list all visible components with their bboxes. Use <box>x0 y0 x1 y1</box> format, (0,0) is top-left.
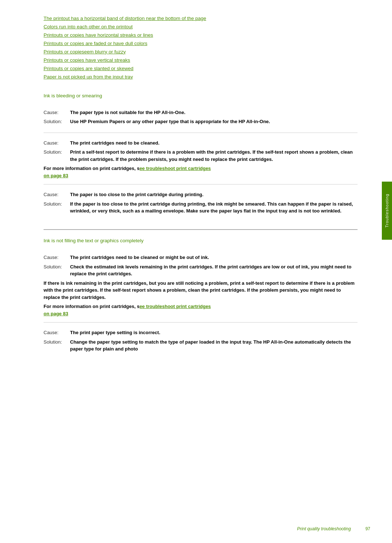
extra-para-4: If there is ink remaining in the print c… <box>44 280 358 301</box>
solution-label-1: Solution: <box>44 118 67 125</box>
solution-label-2: Solution: <box>44 149 67 163</box>
cause-text-2: The print cartridges need to be cleaned. <box>70 139 159 147</box>
toc-link-7[interactable]: Printouts or copies are slanted or skewe… <box>44 65 358 73</box>
cause-block-5: Cause: The print paper type setting is i… <box>44 324 358 360</box>
extra-link-4[interactable]: ee troubleshoot print cartridgeson page … <box>44 304 211 316</box>
cause-label-4: Cause: <box>44 254 67 261</box>
cause-label-2: Cause: <box>44 139 67 147</box>
extra-info-2: For more information on print cartridges… <box>44 165 358 179</box>
section-divider-1 <box>44 229 358 230</box>
toc-links: The printout has a horizontal band of di… <box>44 15 358 81</box>
cause-text-3: The paper is too close to the print cart… <box>70 191 204 198</box>
solution-label-3: Solution: <box>44 200 67 215</box>
section-heading-1: Ink is bleeding or smearing <box>44 92 358 100</box>
solution-text-4: Check the estimated ink levels remaining… <box>70 263 358 277</box>
toc-link-6[interactable]: Printouts or copies have vertical streak… <box>44 56 358 65</box>
cause-label-1: Cause: <box>44 109 67 116</box>
section-ink-bleeding: Ink is bleeding or smearing Cause: The p… <box>44 92 358 222</box>
cause-block-4: Cause: The print cartridges need to be c… <box>44 249 358 323</box>
extra-info-4: For more information on print cartridges… <box>44 303 358 317</box>
toc-link-5[interactable]: Printouts or copieseem blurry or fuzzy <box>44 48 358 56</box>
cause-label-3: Cause: <box>44 191 67 198</box>
toc-link-2[interactable]: Colors run into each other on the printo… <box>44 23 358 31</box>
section-ink-not-filling: Ink is not filling the text or graphics … <box>44 237 358 360</box>
toc-link-1[interactable]: The printout has a horizontal band of di… <box>44 15 358 23</box>
solution-text-2: Print a self-test report to determine if… <box>70 149 358 163</box>
toc-link-4[interactable]: Printouts or copies are faded or have du… <box>44 40 358 48</box>
right-tab: Troubleshooting <box>382 182 392 240</box>
toc-link-3[interactable]: Printouts or copies have horizontal stre… <box>44 31 358 40</box>
section-heading-2: Ink is not filling the text or graphics … <box>44 237 358 244</box>
footer: Print quality troubleshooting 97 <box>297 526 370 532</box>
solution-label-5: Solution: <box>44 339 67 353</box>
solution-text-5: Change the paper type setting to match t… <box>70 339 358 353</box>
cause-label-5: Cause: <box>44 329 67 336</box>
cause-block-3: Cause: The paper is too close to the pri… <box>44 186 358 222</box>
cause-block-2: Cause: The print cartridges need to be c… <box>44 134 358 185</box>
cause-block-1: Cause: The paper type is not suitable fo… <box>44 104 358 133</box>
solution-label-4: Solution: <box>44 263 67 277</box>
footer-page: 97 <box>366 526 370 532</box>
extra-link-2[interactable]: ee troubleshoot print cartridgeson page … <box>44 166 211 178</box>
right-tab-label: Troubleshooting <box>384 194 390 227</box>
cause-text-4: The print cartridges need to be cleaned … <box>70 254 209 261</box>
solution-text-3: If the paper is too close to the print c… <box>70 200 358 215</box>
cause-text-1: The paper type is not suitable for the H… <box>70 109 185 116</box>
footer-title: Print quality troubleshooting <box>297 526 351 532</box>
cause-text-5: The print paper type setting is incorrec… <box>70 329 160 336</box>
toc-link-8[interactable]: Paper is not picked up from the input tr… <box>44 73 358 81</box>
solution-text-1: Use HP Premium Papers or any other paper… <box>70 118 358 125</box>
